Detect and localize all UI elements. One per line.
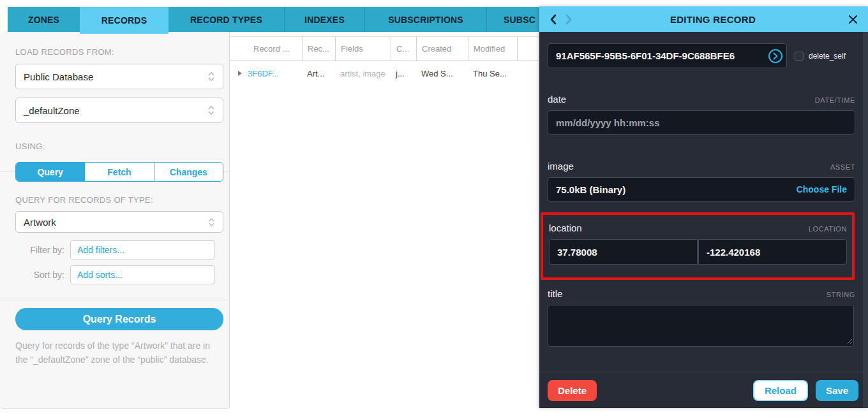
close-icon[interactable]	[848, 15, 858, 24]
query-records-button[interactable]: Query Records	[15, 308, 223, 330]
filter-input[interactable]	[70, 240, 215, 260]
delete-button[interactable]: Delete	[548, 380, 597, 401]
column-header-record-type[interactable]: Rec...	[302, 37, 335, 61]
title-textarea[interactable]	[548, 305, 854, 347]
editing-record-panel: EDITING RECORD delete_self date DATE/TIM…	[539, 6, 868, 408]
panel-body: delete_self date DATE/TIME image ASSET 7…	[539, 32, 868, 408]
record-name-field	[548, 43, 787, 68]
sort-label: Sort by:	[15, 270, 70, 280]
database-select[interactable]: Public Database	[15, 64, 223, 89]
location-inputs-row	[549, 239, 847, 265]
tab-record-types[interactable]: RECORD TYPES	[168, 7, 284, 32]
title-field-label: title	[548, 288, 562, 299]
record-type-select[interactable]: Artwork	[15, 211, 223, 233]
segment-fetch[interactable]: Fetch	[84, 163, 153, 181]
record-name-input[interactable]	[548, 43, 787, 68]
segment-query[interactable]: Query	[16, 163, 84, 181]
title-field: title STRING	[548, 288, 855, 347]
zone-select-value: _defaultZone	[24, 105, 80, 116]
record-type-cell: Art...	[302, 69, 335, 78]
record-type-select-value: Artwork	[24, 217, 56, 228]
record-name-row: delete_self	[548, 43, 846, 68]
panel-footer: Delete Reload Save	[539, 372, 868, 408]
save-button[interactable]: Save	[816, 380, 858, 401]
previous-record-icon[interactable]	[550, 14, 557, 25]
record-name-cell: 3F6DF...	[230, 69, 302, 78]
segment-changes[interactable]: Changes	[154, 163, 223, 181]
zone-select[interactable]: _defaultZone	[15, 98, 223, 123]
date-field: date DATE/TIME	[548, 94, 855, 135]
panel-title: EDITING RECORD	[578, 14, 848, 25]
image-asset-value: 75.0kB (Binary)	[556, 184, 625, 195]
image-field-type: ASSET	[830, 163, 855, 171]
filter-row: Filter by:	[15, 240, 215, 260]
load-records-label: LOAD RECORDS FROM:	[15, 47, 114, 57]
image-field: image ASSET 75.0kB (Binary) Choose File	[548, 161, 855, 201]
date-field-type: DATE/TIME	[815, 96, 855, 104]
using-label: USING:	[15, 142, 45, 151]
column-header-record-name[interactable]: Record ...	[230, 37, 302, 61]
open-record-icon[interactable]	[768, 49, 782, 63]
panel-scrollbar[interactable]	[863, 32, 868, 408]
column-header-empty	[517, 37, 539, 61]
date-field-label: date	[548, 94, 566, 105]
delete-self-label: delete_self	[809, 52, 846, 61]
using-segmented-control: Query Fetch Changes	[15, 162, 223, 182]
reload-button[interactable]: Reload	[753, 380, 808, 401]
column-header-modified[interactable]: Modified	[468, 37, 517, 61]
created-cell: Wed S...	[416, 69, 468, 78]
location-field-type: LOCATION	[809, 225, 847, 233]
tab-zones[interactable]: ZONES	[8, 7, 80, 32]
image-asset-box: 75.0kB (Binary) Choose File	[548, 177, 855, 201]
latitude-input[interactable]	[549, 239, 698, 265]
location-highlight-box: location LOCATION	[541, 212, 855, 280]
panel-header: EDITING RECORD	[539, 6, 868, 32]
sort-input[interactable]	[70, 265, 215, 284]
top-tab-bar: ZONES RECORDS RECORD TYPES INDEXES SUBSC…	[8, 7, 563, 32]
query-type-label: QUERY FOR RECORDS OF TYPE:	[15, 195, 153, 205]
disclosure-triangle-icon[interactable]	[238, 71, 242, 76]
next-record-icon[interactable]	[565, 14, 572, 25]
query-description: Query for records of the type “Artwork” …	[15, 339, 214, 367]
image-field-label: image	[548, 161, 574, 172]
sort-row: Sort by:	[15, 265, 215, 284]
query-sidebar: LOAD RECORDS FROM: Public Database _defa…	[0, 32, 230, 409]
updown-chevron-icon	[207, 71, 215, 82]
delete-self-checkbox[interactable]	[795, 52, 804, 61]
modified-cell: Thu Se...	[468, 69, 517, 78]
table-row[interactable]: 3F6DF... Art... artist, image j... Wed S…	[230, 61, 539, 85]
tab-indexes[interactable]: INDEXES	[284, 7, 364, 32]
filter-label: Filter by:	[15, 245, 70, 255]
records-table: Record ... Rec... Fields C... Created Mo…	[230, 36, 539, 85]
location-field-label: location	[549, 223, 582, 233]
section-divider	[0, 300, 230, 300]
resize-handle-icon[interactable]	[847, 339, 853, 344]
longitude-input[interactable]	[698, 239, 847, 265]
column-header-created-by[interactable]: C...	[391, 37, 416, 61]
database-select-value: Public Database	[24, 71, 93, 82]
updown-chevron-icon	[207, 105, 215, 116]
column-header-created[interactable]: Created	[416, 37, 468, 61]
choose-file-link[interactable]: Choose File	[797, 184, 847, 194]
tab-records[interactable]: RECORDS	[80, 7, 168, 34]
tab-subscriptions[interactable]: SUBSCRIPTIONS	[364, 7, 486, 32]
date-input[interactable]	[548, 110, 855, 135]
created-by-cell: j...	[391, 69, 416, 78]
record-name-link[interactable]: 3F6DF...	[248, 69, 279, 78]
title-field-type: STRING	[827, 291, 855, 298]
column-header-fields[interactable]: Fields	[335, 37, 391, 61]
table-header-row: Record ... Rec... Fields C... Created Mo…	[230, 36, 539, 61]
updown-chevron-icon	[208, 217, 215, 228]
fields-cell: artist, image	[335, 69, 391, 78]
